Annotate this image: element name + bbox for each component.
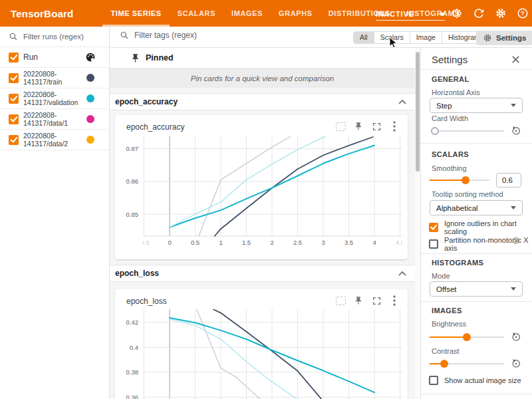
tag-filter-placeholder: Filter tags (regex)	[134, 31, 197, 40]
smoothing-slider[interactable]	[430, 176, 489, 184]
svg-text:4: 4	[372, 239, 376, 246]
pin-card-icon[interactable]	[353, 295, 364, 306]
run-row[interactable]: 20220808-141317/data/2	[0, 130, 109, 150]
fullscreen-icon[interactable]	[371, 121, 382, 132]
fullscreen-icon[interactable]	[371, 295, 382, 306]
run-checkbox[interactable]	[9, 73, 19, 83]
gear-icon	[483, 33, 492, 43]
run-status-dropdown[interactable]: INACTIVE	[376, 8, 445, 21]
fit-domain-icon[interactable]	[335, 121, 346, 132]
svg-text:0.5: 0.5	[191, 239, 200, 246]
pinned-empty-strip: Pin cards for a quick view and compariso…	[110, 68, 415, 88]
svg-text:0.86: 0.86	[126, 178, 139, 185]
pin-card-icon[interactable]	[353, 121, 364, 132]
main-scrollbar-thumb[interactable]	[416, 52, 420, 172]
run-row[interactable]: 20220808-141317/data/1	[0, 109, 109, 130]
more-options-icon[interactable]	[389, 121, 400, 132]
tag-type-filter-group: AllScalarsImageHistogram	[353, 31, 487, 44]
checkbox[interactable]	[429, 223, 438, 232]
chevron-up-icon[interactable]	[398, 98, 407, 106]
svg-text:?: ?	[515, 239, 517, 243]
more-options-icon[interactable]	[389, 295, 400, 306]
svg-text:1.5: 1.5	[242, 239, 251, 246]
help-icon[interactable]: ?	[512, 237, 520, 245]
svg-text:0.42: 0.42	[126, 319, 139, 326]
histogram-mode-select[interactable]: Offset	[430, 281, 523, 297]
settings-gear-icon[interactable]	[495, 7, 507, 19]
search-icon	[120, 31, 129, 40]
run-color-dot[interactable]	[86, 136, 94, 144]
section-header-epoch-accuracy[interactable]: epoch_accuracy	[110, 93, 415, 110]
palette-icon[interactable]	[85, 52, 96, 63]
runs-list: 20220808-141317/train20220808-141317/val…	[0, 68, 109, 150]
slider-thumb[interactable]	[462, 176, 469, 184]
tab-images[interactable]: IMAGES	[223, 0, 271, 27]
divider	[421, 394, 532, 394]
card-title: epoch_accuracy	[126, 122, 184, 132]
runs-sidebar: Filter runs (regex) Run 20220808-141317/…	[0, 27, 110, 399]
tab-scalars[interactable]: SCALARS	[170, 0, 223, 27]
checkbox[interactable]	[429, 376, 438, 385]
run-filter-input[interactable]: Filter runs (regex)	[0, 27, 109, 47]
reset-icon[interactable]	[511, 358, 521, 369]
svg-text:0.85: 0.85	[126, 211, 139, 218]
card-actions	[335, 121, 400, 132]
tag-filter-input[interactable]: Filter tags (regex)	[120, 31, 197, 40]
card-epoch-loss: epoch_loss 0.360.380.40.4200.511.522.533…	[115, 289, 408, 399]
show-actual-size-checkbox-row[interactable]: Show actual image size	[429, 376, 521, 385]
tab-graphs[interactable]: GRAPHS	[271, 0, 321, 27]
checkbox[interactable]	[429, 239, 438, 249]
svg-text:?: ?	[521, 10, 524, 17]
card-width-label: Card Width	[432, 114, 468, 122]
slider-thumb[interactable]	[440, 360, 448, 368]
contrast-label: Contrast	[432, 347, 460, 355]
reset-icon[interactable]	[511, 126, 521, 136]
divider	[421, 253, 532, 254]
settings-button[interactable]: Settings	[476, 31, 532, 45]
run-name: 20220808-141317/data/1	[23, 111, 86, 127]
reset-icon[interactable]	[511, 332, 521, 342]
divider	[421, 69, 532, 70]
section-title: epoch_accuracy	[115, 97, 398, 106]
section-header-epoch-loss[interactable]: epoch_loss	[110, 265, 415, 282]
show-actual-size-label: Show actual image size	[444, 376, 521, 384]
chevron-down-icon	[511, 287, 516, 291]
slider-thumb[interactable]	[431, 127, 439, 135]
run-name: 20220808-141317/data/2	[23, 132, 86, 148]
run-checkbox[interactable]	[9, 114, 19, 124]
tab-time-series[interactable]: TIME SERIES	[102, 0, 169, 27]
close-icon[interactable]	[511, 55, 520, 64]
run-row[interactable]: 20220808-141317/train	[0, 68, 109, 88]
run-color-dot[interactable]	[86, 94, 94, 102]
refresh-icon[interactable]	[473, 7, 485, 19]
smoothing-value-input[interactable]: 0.6	[496, 173, 521, 188]
chevron-down-icon	[511, 104, 516, 107]
runs-header-label: Run	[23, 53, 85, 62]
filter-button-image[interactable]: Image	[410, 31, 442, 44]
run-status-label: INACTIVE	[376, 10, 414, 18]
slider-thumb[interactable]	[463, 333, 471, 341]
tooltip-sort-select[interactable]: Alphabetical	[430, 200, 523, 215]
run-checkbox[interactable]	[9, 135, 19, 145]
epoch-loss-chart[interactable]: 0.360.380.40.4200.511.522.533.54-0.54.5	[115, 309, 408, 399]
run-name: 20220808-141317/train	[23, 70, 86, 86]
contrast-slider[interactable]	[430, 360, 504, 368]
help-icon[interactable]: ?	[517, 7, 529, 19]
runs-header-row: Run	[0, 47, 109, 68]
run-row[interactable]: 20220808-141317/validation	[0, 88, 109, 109]
run-checkbox[interactable]	[9, 94, 19, 104]
run-color-dot[interactable]	[86, 115, 94, 123]
run-color-dot[interactable]	[86, 74, 94, 82]
pinned-section-header: Pinned	[110, 48, 415, 68]
brightness-icon[interactable]	[451, 7, 463, 19]
epoch-accuracy-chart[interactable]: 0.850.860.8700.511.522.533.54-0.54.5	[115, 136, 408, 253]
filter-button-all[interactable]: All	[353, 31, 374, 44]
brightness-slider[interactable]	[430, 333, 504, 341]
horizontal-axis-select[interactable]: Step	[430, 98, 523, 113]
chevron-up-icon[interactable]	[398, 270, 407, 277]
card-width-slider[interactable]	[431, 127, 504, 135]
fit-domain-icon[interactable]	[335, 295, 346, 306]
search-icon	[9, 32, 18, 41]
ignore-outliers-checkbox-row[interactable]: Ignore outliers in chart scaling	[429, 219, 532, 235]
select-all-runs-checkbox[interactable]	[9, 53, 19, 63]
